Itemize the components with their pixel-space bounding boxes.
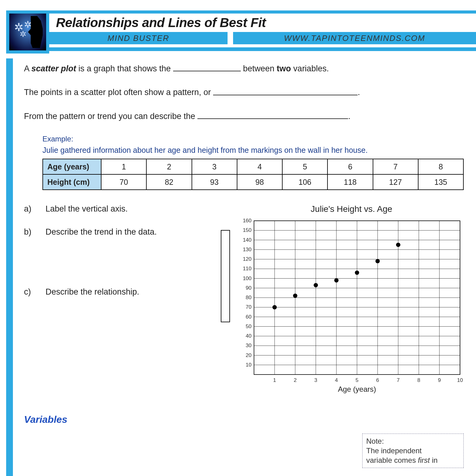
svg-text:30: 30 [246, 343, 252, 349]
note-line-2: variable comes first in [366, 455, 460, 465]
blank-field[interactable] [213, 86, 358, 95]
note-emphasis: first [418, 456, 430, 464]
svg-text:90: 90 [246, 285, 252, 291]
question-text: Describe the trend in the data. [46, 227, 215, 237]
svg-text:5: 5 [355, 377, 358, 383]
text: variables. [291, 64, 329, 73]
question-letter: a) [24, 204, 46, 214]
svg-point-56 [314, 283, 318, 288]
y-axis-label-box[interactable] [221, 230, 230, 322]
text: . [348, 112, 351, 121]
url-bar: WWW.TAPINTOTEENMINDS.COM [233, 32, 476, 44]
svg-text:2: 2 [294, 377, 296, 383]
example-label: Example: [42, 134, 464, 144]
cell: 118 [327, 174, 373, 190]
svg-text:40: 40 [246, 333, 252, 339]
svg-text:1: 1 [273, 377, 276, 383]
row-header-age: Age (years) [43, 159, 101, 174]
svg-text:160: 160 [243, 218, 252, 224]
intro-line-2: The points in a scatter plot often show … [24, 86, 464, 98]
svg-text:3: 3 [314, 377, 317, 383]
svg-text:110: 110 [243, 266, 252, 272]
svg-point-55 [293, 294, 297, 298]
header: ✲ ✲ ✲ Relationships and Lines of Best Fi… [0, 0, 476, 51]
term-two: two [277, 64, 291, 73]
svg-point-58 [355, 271, 359, 275]
gear-icon: ✲ [20, 30, 26, 39]
page-title: Relationships and Lines of Best Fit [56, 15, 266, 30]
svg-text:130: 130 [243, 247, 252, 252]
svg-text:9: 9 [438, 377, 441, 383]
term-scatter-plot: scatter plot [31, 64, 76, 73]
note-box: Note: The independent variable comes fir… [362, 434, 464, 468]
question-b: b) Describe the trend in the data. [24, 227, 215, 237]
title-row: Relationships and Lines of Best Fit [49, 14, 464, 32]
mind-buster-bar: MIND BUSTER [49, 32, 228, 44]
svg-text:70: 70 [246, 304, 252, 310]
logo-image: ✲ ✲ ✲ [9, 14, 46, 50]
text: in [430, 456, 438, 464]
cell: 98 [237, 174, 282, 190]
cell: 82 [146, 174, 192, 190]
cell: 106 [282, 174, 327, 190]
svg-text:50: 50 [246, 323, 252, 329]
cell: 4 [237, 159, 282, 174]
question-letter: b) [24, 227, 46, 237]
gear-icon: ✲ [24, 19, 32, 30]
header-bar-bottom [49, 47, 476, 51]
content: A scatter plot is a graph that shows the… [24, 51, 464, 468]
svg-point-54 [272, 305, 277, 310]
mid-row: a) Label the vertical axis. b) Describe … [24, 204, 464, 396]
svg-text:Age (years): Age (years) [338, 385, 376, 393]
svg-text:60: 60 [246, 314, 252, 320]
svg-text:10: 10 [457, 377, 463, 383]
svg-text:80: 80 [246, 295, 252, 300]
question-text: Describe the relationship. [46, 287, 215, 297]
cell: 2 [146, 159, 192, 174]
cell: 70 [101, 174, 146, 190]
intro-line-1: A scatter plot is a graph that shows the… [24, 63, 464, 74]
example-text: Julie gathered information about her age… [42, 145, 464, 155]
spacer [24, 250, 215, 287]
svg-text:8: 8 [417, 377, 420, 383]
example-block: Example: Julie gathered information abou… [42, 134, 464, 190]
footer-row: placeholder for cut-off text Note: The i… [24, 434, 464, 468]
svg-text:140: 140 [243, 237, 252, 243]
cell: 8 [418, 159, 463, 174]
svg-text:150: 150 [243, 228, 252, 233]
cell: 6 [327, 159, 373, 174]
footer-text: placeholder for cut-off text [24, 434, 351, 468]
table-row-age: Age (years) 1 2 3 4 5 6 7 8 [43, 159, 463, 174]
text: A [24, 64, 31, 73]
question-letter: c) [24, 287, 46, 297]
cell: 1 [101, 159, 146, 174]
question-c: c) Describe the relationship. [24, 287, 215, 297]
svg-text:10: 10 [246, 362, 252, 368]
text: is a graph that shows the [76, 64, 173, 73]
note-label: Note: [366, 436, 460, 446]
svg-text:20: 20 [246, 352, 252, 358]
header-bars: MIND BUSTER WWW.TAPINTOTEENMINDS.COM [49, 32, 476, 44]
chart-row: 1020304050607080901001101201301401501601… [221, 218, 464, 396]
blank-field[interactable] [197, 110, 348, 119]
table-row-height: Height (cm) 70 82 93 98 106 118 127 135 [43, 174, 463, 190]
text: variable comes [366, 456, 418, 464]
row-header-height: Height (cm) [43, 174, 101, 190]
intro-line-3: From the pattern or trend you can descri… [24, 110, 464, 122]
svg-text:4: 4 [335, 377, 338, 383]
cell: 7 [373, 159, 418, 174]
svg-text:7: 7 [397, 377, 399, 383]
logo: ✲ ✲ ✲ [6, 10, 49, 54]
cell: 5 [282, 159, 327, 174]
text: . [358, 88, 360, 97]
variables-heading: Variables [24, 413, 464, 426]
questions: a) Label the vertical axis. b) Describe … [24, 204, 215, 310]
chart-side: Julie's Height vs. Age 10203040506070809… [221, 204, 464, 396]
scatter-chart: 1020304050607080901001101201301401501601… [236, 218, 463, 396]
svg-text:100: 100 [243, 276, 252, 281]
text: The points in a scatter plot often show … [24, 88, 213, 97]
blank-field[interactable] [173, 63, 241, 71]
svg-point-57 [334, 278, 339, 283]
note-line-1: The independent [366, 446, 460, 455]
svg-point-59 [375, 259, 380, 264]
